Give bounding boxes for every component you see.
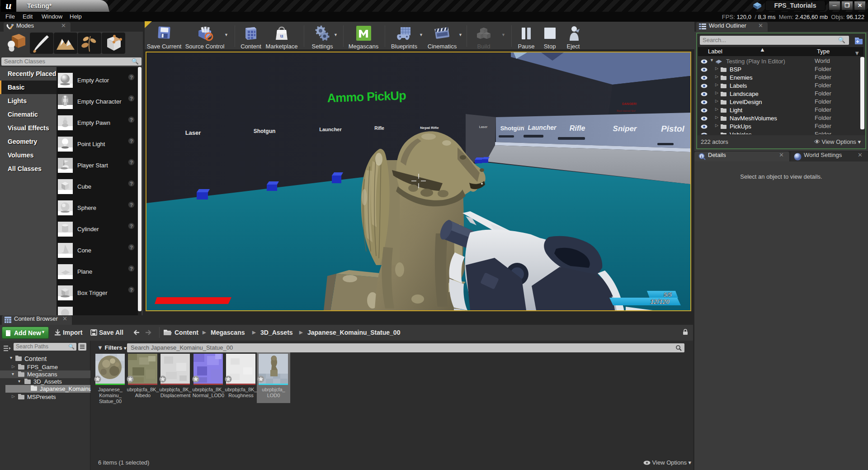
svg-text:Rifle: Rifle: [570, 124, 585, 132]
svg-text:12/120: 12/120: [650, 298, 670, 305]
svg-text:Laser: Laser: [185, 129, 201, 136]
svg-text:Launcher: Launcher: [528, 124, 557, 131]
svg-text:Rifle: Rifle: [374, 126, 384, 131]
svg-text:Shotgun: Shotgun: [254, 128, 276, 134]
svg-text:Sniper: Sniper: [613, 124, 637, 133]
svg-text:Launcher: Launcher: [319, 127, 342, 132]
svg-text:u: u: [280, 32, 283, 39]
svg-text:Shotgun: Shotgun: [500, 125, 524, 132]
svg-text:Laser: Laser: [479, 125, 488, 128]
svg-text:Red Haired Sis!: Red Haired Sis!: [617, 109, 636, 112]
svg-text:5/5: 5/5: [664, 291, 672, 298]
svg-text:DANGER!: DANGER!: [622, 102, 637, 105]
svg-text:Ammo PickUp: Ammo PickUp: [327, 89, 406, 105]
svg-text:Pistol: Pistol: [661, 124, 684, 133]
svg-text:Nepal Rifle: Nepal Rifle: [420, 126, 439, 130]
